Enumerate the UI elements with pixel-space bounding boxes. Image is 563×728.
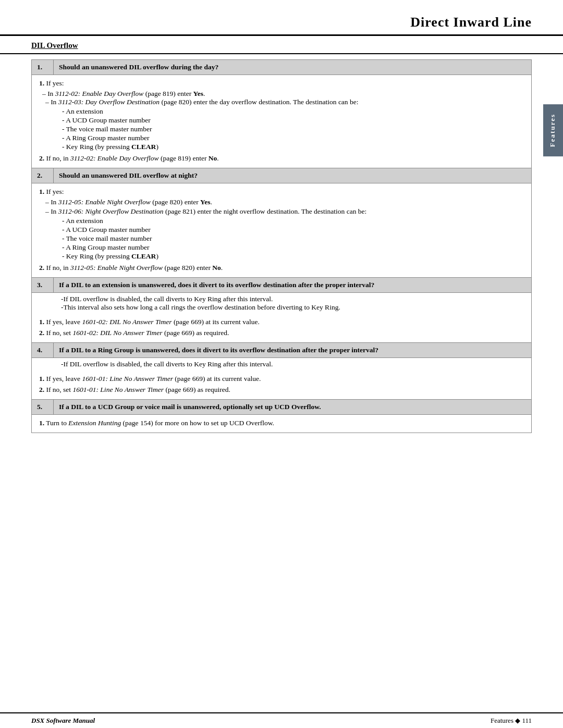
step-2: 2. If no, in 3112-05: Enable Night Overf… — [39, 264, 524, 272]
step-label: 1. — [39, 188, 44, 195]
sub-dash-item: - A UCD Group master number — [39, 226, 524, 234]
row-number-2: 2. — [32, 168, 54, 183]
side-tab: Features — [543, 104, 563, 156]
footer-left: DSX Software Manual — [31, 717, 95, 725]
row-body-2: 1. If yes: – In 3112-05: Enable Night Ov… — [32, 183, 532, 278]
table-row: 2. Should an unanswered DIL overflow at … — [32, 168, 532, 183]
dash-item: – In 3112-05: Enable Night Overflow (pag… — [39, 198, 524, 206]
main-content: 1. Should an unanswered DIL overflow dur… — [0, 59, 563, 433]
sub-dash-item: - A UCD Group master number — [39, 116, 524, 125]
row-header-4: If a DIL to a Ring Group is unanswered, … — [54, 343, 532, 358]
table-row: 4. If a DIL to a Ring Group is unanswere… — [32, 343, 532, 358]
row-body-1: 1. If yes: – In 3112-02: Enable Day Over… — [32, 75, 532, 168]
row-body-4: 1. If yes, leave 1601-01: Line No Answer… — [32, 371, 532, 400]
table-row: 1. Should an unanswered DIL overflow dur… — [32, 60, 532, 75]
step-1: 1. Turn to Extension Hunting (page 154) … — [39, 419, 524, 427]
footer-features-label: Features — [491, 717, 513, 724]
dash-item: – In 3112-06: Night Overflow Destination… — [39, 207, 524, 216]
table-row-body-1: 1. If yes: – In 3112-02: Enable Day Over… — [32, 75, 532, 168]
row-number-3: 3. — [32, 278, 54, 293]
row-body-3: 1. If yes, leave 1601-02: DIL No Answer … — [32, 314, 532, 343]
step-1: 1. If yes, leave 1601-02: DIL No Answer … — [39, 318, 524, 326]
sub-dash-item: - The voice mail master number — [39, 125, 524, 133]
row-header-1: Should an unanswered DIL overflow during… — [54, 60, 532, 75]
table-row-note-3: -If DIL overflow is disabled, the call d… — [32, 293, 532, 314]
sub-dash-item: - A Ring Group master number — [39, 134, 524, 142]
table-row-body-3: 1. If yes, leave 1601-02: DIL No Answer … — [32, 314, 532, 343]
row-header-5: If a DIL to a UCD Group or voice mail is… — [54, 400, 532, 415]
row-body-5: 1. Turn to Extension Hunting (page 154) … — [32, 415, 532, 433]
dash-item: – In 3112-03: Day Overflow Destination (… — [39, 98, 524, 106]
table-row-body-2: 1. If yes: – In 3112-05: Enable Night Ov… — [32, 183, 532, 278]
sub-dash-item: - Key Ring (by pressing CLEAR) — [39, 252, 524, 261]
row-number-4: 4. — [32, 343, 54, 358]
row-note-4: -If DIL overflow is disabled, the call d… — [32, 358, 532, 371]
table-row-body-4: 1. If yes, leave 1601-01: Line No Answer… — [32, 371, 532, 400]
table-row-body-5: 1. Turn to Extension Hunting (page 154) … — [32, 415, 532, 433]
page-container: Features Direct Inward Line DIL Overflow… — [0, 0, 563, 728]
sub-dash-item: - An extension — [39, 217, 524, 225]
step-1: 1. If yes, leave 1601-01: Line No Answer… — [39, 375, 524, 383]
sub-dash-item: - An extension — [39, 107, 524, 116]
dash-item: – In 3112-02: Enable Day Overflow (page … — [39, 90, 524, 98]
section-title: DIL Overflow — [31, 41, 78, 50]
step-label: 1. — [39, 79, 44, 87]
row-note-3: -If DIL overflow is disabled, the call d… — [32, 293, 532, 314]
table-row-note-4: -If DIL overflow is disabled, the call d… — [32, 358, 532, 371]
sub-dash-item: - A Ring Group master number — [39, 243, 524, 252]
sub-dash-item: - Key Ring (by pressing CLEAR) — [39, 143, 524, 151]
row-number-5: 5. — [32, 400, 54, 415]
row-header-2: Should an unanswered DIL overflow at nig… — [54, 168, 532, 183]
top-header: Direct Inward Line — [0, 0, 563, 36]
step-2: 2. If no, set 1601-01: Line No Answer Ti… — [39, 386, 524, 394]
footer-diamond: ◆ — [515, 717, 520, 724]
page-footer: DSX Software Manual Features ◆ 111 — [0, 712, 563, 728]
page-title: Direct Inward Line — [410, 15, 532, 30]
step-2: 2. If no, set 1601-02: DIL No Answer Tim… — [39, 329, 524, 337]
row-header-3: If a DIL to an extension is unanswered, … — [54, 278, 532, 293]
footer-page-number: 111 — [522, 717, 532, 724]
row-number-1: 1. — [32, 60, 54, 75]
content-table: 1. Should an unanswered DIL overflow dur… — [31, 59, 532, 433]
step-2: 2. If no, in 3112-02: Enable Day Overflo… — [39, 154, 524, 163]
table-row: 3. If a DIL to an extension is unanswere… — [32, 278, 532, 293]
table-row: 5. If a DIL to a UCD Group or voice mail… — [32, 400, 532, 415]
sub-dash-item: - The voice mail master number — [39, 235, 524, 243]
footer-right: Features ◆ 111 — [491, 717, 532, 725]
section-header: DIL Overflow — [0, 36, 563, 54]
